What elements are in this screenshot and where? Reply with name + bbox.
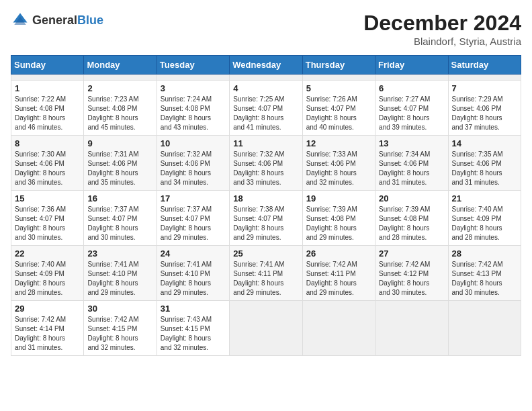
calendar-cell: 23Sunrise: 7:41 AMSunset: 4:10 PMDayligh… (84, 246, 157, 301)
calendar-cell: 12Sunrise: 7:33 AMSunset: 4:06 PMDayligh… (302, 136, 375, 191)
cell-content: Sunrise: 7:37 AMSunset: 4:07 PMDaylight:… (87, 205, 152, 242)
calendar-cell: 5Sunrise: 7:26 AMSunset: 4:07 PMDaylight… (302, 81, 375, 136)
logo-icon (11, 11, 30, 30)
day-number: 22 (15, 248, 80, 259)
calendar-cell: 8Sunrise: 7:30 AMSunset: 4:06 PMDaylight… (11, 136, 84, 191)
cell-content: Sunrise: 7:26 AMSunset: 4:07 PMDaylight:… (306, 95, 371, 132)
cell-content: Sunrise: 7:37 AMSunset: 4:07 PMDaylight:… (161, 205, 226, 242)
calendar-week-row (11, 75, 521, 81)
logo: GeneralBlue (11, 11, 103, 30)
calendar-cell: 7Sunrise: 7:29 AMSunset: 4:06 PMDaylight… (448, 81, 521, 136)
day-of-week-header: Saturday (448, 56, 521, 75)
day-number: 30 (87, 304, 152, 314)
day-number: 9 (87, 138, 152, 148)
calendar-week-row: 15Sunrise: 7:36 AMSunset: 4:07 PMDayligh… (11, 191, 521, 246)
calendar-header-row: SundayMondayTuesdayWednesdayThursdayFrid… (11, 56, 521, 75)
day-number: 28 (452, 248, 517, 259)
calendar-week-row: 8Sunrise: 7:30 AMSunset: 4:06 PMDaylight… (11, 136, 521, 191)
calendar-cell: 15Sunrise: 7:36 AMSunset: 4:07 PMDayligh… (11, 191, 84, 246)
cell-content: Sunrise: 7:22 AMSunset: 4:08 PMDaylight:… (15, 95, 80, 132)
day-number: 17 (161, 193, 226, 203)
cell-content: Sunrise: 7:42 AMSunset: 4:13 PMDaylight:… (452, 260, 517, 298)
calendar-cell (84, 75, 157, 81)
calendar-cell (302, 75, 375, 81)
title-block: December 2024 Blaindorf, Styria, Austria (363, 11, 521, 47)
calendar-week-row: 1Sunrise: 7:22 AMSunset: 4:08 PMDaylight… (11, 81, 521, 136)
logo-text: GeneralBlue (32, 13, 103, 28)
calendar-cell: 30Sunrise: 7:42 AMSunset: 4:15 PMDayligh… (84, 301, 157, 356)
cell-content: Sunrise: 7:30 AMSunset: 4:06 PMDaylight:… (15, 150, 80, 187)
cell-content: Sunrise: 7:40 AMSunset: 4:09 PMDaylight:… (452, 205, 517, 242)
calendar-cell: 22Sunrise: 7:40 AMSunset: 4:09 PMDayligh… (11, 246, 84, 301)
day-number: 7 (452, 83, 517, 93)
calendar-cell: 13Sunrise: 7:34 AMSunset: 4:06 PMDayligh… (375, 136, 448, 191)
day-of-week-header: Sunday (11, 56, 84, 75)
calendar-cell: 31Sunrise: 7:43 AMSunset: 4:15 PMDayligh… (157, 301, 229, 356)
cell-content: Sunrise: 7:35 AMSunset: 4:06 PMDaylight:… (452, 150, 517, 187)
day-number: 15 (15, 193, 80, 203)
day-number: 20 (379, 193, 444, 203)
calendar-cell: 11Sunrise: 7:32 AMSunset: 4:06 PMDayligh… (230, 136, 302, 191)
calendar-cell (157, 75, 229, 81)
cell-content: Sunrise: 7:36 AMSunset: 4:07 PMDaylight:… (15, 205, 80, 242)
page-header: GeneralBlue December 2024 Blaindorf, Sty… (11, 11, 521, 47)
day-number: 26 (306, 248, 371, 259)
calendar-cell (11, 75, 84, 81)
day-number: 3 (161, 83, 226, 93)
calendar-cell: 14Sunrise: 7:35 AMSunset: 4:06 PMDayligh… (448, 136, 521, 191)
cell-content: Sunrise: 7:24 AMSunset: 4:08 PMDaylight:… (161, 95, 226, 132)
calendar-week-row: 29Sunrise: 7:42 AMSunset: 4:14 PMDayligh… (11, 301, 521, 356)
day-number: 27 (379, 248, 444, 259)
cell-content: Sunrise: 7:32 AMSunset: 4:06 PMDaylight:… (161, 150, 226, 187)
day-number: 4 (233, 83, 298, 93)
cell-content: Sunrise: 7:42 AMSunset: 4:12 PMDaylight:… (379, 260, 444, 298)
location: Blaindorf, Styria, Austria (363, 36, 521, 47)
day-number: 8 (15, 138, 80, 148)
cell-content: Sunrise: 7:25 AMSunset: 4:07 PMDaylight:… (233, 95, 298, 132)
day-of-week-header: Friday (375, 56, 448, 75)
calendar-cell: 18Sunrise: 7:38 AMSunset: 4:07 PMDayligh… (230, 191, 302, 246)
day-of-week-header: Monday (84, 56, 157, 75)
calendar-cell: 10Sunrise: 7:32 AMSunset: 4:06 PMDayligh… (157, 136, 229, 191)
day-number: 10 (161, 138, 226, 148)
day-number: 14 (452, 138, 517, 148)
cell-content: Sunrise: 7:31 AMSunset: 4:06 PMDaylight:… (87, 150, 152, 187)
cell-content: Sunrise: 7:23 AMSunset: 4:08 PMDaylight:… (87, 95, 152, 132)
calendar-cell: 4Sunrise: 7:25 AMSunset: 4:07 PMDaylight… (230, 81, 302, 136)
cell-content: Sunrise: 7:42 AMSunset: 4:11 PMDaylight:… (306, 260, 371, 298)
day-number: 31 (161, 304, 226, 314)
month-year: December 2024 (363, 11, 521, 36)
calendar-cell (448, 75, 521, 81)
day-number: 23 (87, 248, 152, 259)
calendar-cell: 2Sunrise: 7:23 AMSunset: 4:08 PMDaylight… (84, 81, 157, 136)
day-number: 2 (87, 83, 152, 93)
calendar-cell: 6Sunrise: 7:27 AMSunset: 4:07 PMDaylight… (375, 81, 448, 136)
cell-content: Sunrise: 7:41 AMSunset: 4:10 PMDaylight:… (161, 260, 226, 298)
calendar-cell: 21Sunrise: 7:40 AMSunset: 4:09 PMDayligh… (448, 191, 521, 246)
calendar-cell: 20Sunrise: 7:39 AMSunset: 4:08 PMDayligh… (375, 191, 448, 246)
calendar-cell (230, 301, 302, 356)
day-number: 29 (15, 304, 80, 314)
day-of-week-header: Tuesday (157, 56, 229, 75)
calendar-cell (448, 301, 521, 356)
cell-content: Sunrise: 7:42 AMSunset: 4:14 PMDaylight:… (15, 315, 80, 353)
day-number: 24 (161, 248, 226, 259)
day-of-week-header: Thursday (302, 56, 375, 75)
calendar-cell: 17Sunrise: 7:37 AMSunset: 4:07 PMDayligh… (157, 191, 229, 246)
day-number: 19 (306, 193, 371, 203)
day-number: 25 (233, 248, 298, 259)
day-number: 21 (452, 193, 517, 203)
calendar-cell (230, 75, 302, 81)
calendar-cell: 29Sunrise: 7:42 AMSunset: 4:14 PMDayligh… (11, 301, 84, 356)
cell-content: Sunrise: 7:29 AMSunset: 4:06 PMDaylight:… (452, 95, 517, 132)
cell-content: Sunrise: 7:41 AMSunset: 4:10 PMDaylight:… (87, 260, 152, 298)
cell-content: Sunrise: 7:33 AMSunset: 4:06 PMDaylight:… (306, 150, 371, 187)
calendar-cell (302, 301, 375, 356)
calendar-cell: 24Sunrise: 7:41 AMSunset: 4:10 PMDayligh… (157, 246, 229, 301)
day-of-week-header: Wednesday (230, 56, 302, 75)
calendar-cell: 16Sunrise: 7:37 AMSunset: 4:07 PMDayligh… (84, 191, 157, 246)
day-number: 18 (233, 193, 298, 203)
day-number: 11 (233, 138, 298, 148)
calendar-table: SundayMondayTuesdayWednesdayThursdayFrid… (11, 55, 521, 356)
calendar-cell: 27Sunrise: 7:42 AMSunset: 4:12 PMDayligh… (375, 246, 448, 301)
